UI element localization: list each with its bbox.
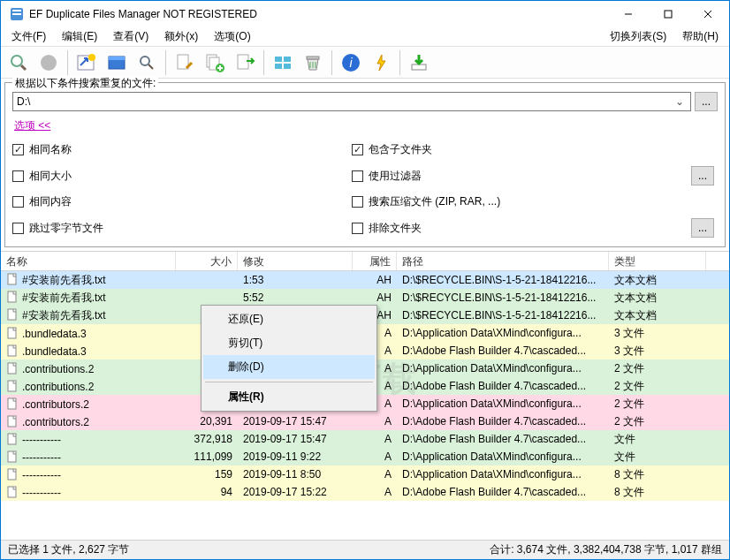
- table-row[interactable]: .contributors.220,3912019-09-17 15:47AD:…: [1, 412, 729, 430]
- svg-rect-22: [284, 57, 291, 62]
- checkbox-same-size[interactable]: 相同大小: [12, 169, 345, 184]
- path-combobox[interactable]: D:\ ⌄: [12, 92, 691, 111]
- col-name[interactable]: 名称: [1, 252, 176, 270]
- col-path[interactable]: 路径: [397, 252, 609, 270]
- find-icon[interactable]: [133, 49, 161, 77]
- title-bar: EF Duplicate Files Manager NOT REGISTERE…: [1, 1, 729, 27]
- toolbar: i: [1, 47, 729, 79]
- edit-icon[interactable]: [171, 49, 199, 77]
- checkbox-include-sub[interactable]: 包含子文件夹: [352, 142, 684, 157]
- exclude-browse-button[interactable]: ...: [691, 218, 714, 238]
- ctx-restore[interactable]: 还原(E): [203, 307, 375, 331]
- filter-browse-button[interactable]: ...: [691, 166, 714, 185]
- minimize-button[interactable]: [608, 2, 648, 26]
- new-shortcut-icon[interactable]: [72, 49, 101, 77]
- add-file-icon[interactable]: [201, 49, 229, 77]
- svg-rect-34: [8, 363, 16, 374]
- col-attr[interactable]: 属性: [353, 252, 397, 270]
- browse-button[interactable]: ...: [695, 92, 718, 111]
- export-icon[interactable]: [231, 49, 259, 77]
- window-icon[interactable]: [103, 49, 131, 77]
- ctx-cut[interactable]: 剪切(T): [203, 331, 375, 355]
- table-row[interactable]: -----------942019-09-17 15:22AD:\Adobe F…: [1, 483, 729, 501]
- ctx-separator: [205, 382, 373, 382]
- checkbox-same-name[interactable]: 相同名称: [12, 142, 345, 157]
- svg-rect-13: [109, 57, 125, 60]
- col-size[interactable]: 大小: [176, 252, 238, 270]
- status-bar: 已选择 1 文件, 2,627 字节 合计: 3,674 文件, 3,382,4…: [1, 540, 729, 559]
- svg-rect-24: [284, 64, 291, 69]
- menu-view[interactable]: 查看(V): [106, 27, 156, 46]
- menu-switchlist[interactable]: 切换列表(S): [603, 27, 673, 46]
- svg-rect-36: [8, 398, 16, 409]
- stop-icon[interactable]: [34, 49, 63, 77]
- context-menu: 还原(E) 剪切(T) 删除(D) 属性(R): [201, 305, 377, 412]
- checkbox-exclude-folders[interactable]: 排除文件夹: [352, 221, 684, 236]
- svg-rect-25: [307, 57, 319, 59]
- file-icon: [6, 468, 19, 481]
- svg-rect-29: [8, 274, 16, 284]
- col-date[interactable]: 修改: [238, 252, 353, 270]
- file-icon: [6, 380, 19, 392]
- svg-rect-2: [12, 13, 21, 15]
- svg-rect-23: [275, 64, 282, 69]
- checkbox-use-filter[interactable]: 使用过滤器: [352, 169, 684, 184]
- menu-extra[interactable]: 额外(x): [157, 27, 205, 46]
- download-icon[interactable]: [405, 49, 433, 77]
- svg-rect-35: [8, 381, 16, 391]
- search-icon[interactable]: [4, 49, 33, 77]
- app-icon: [10, 7, 24, 21]
- bolt-icon[interactable]: [367, 49, 395, 77]
- recycle-icon[interactable]: [299, 49, 327, 77]
- chevron-down-icon[interactable]: ⌄: [673, 95, 687, 108]
- window-title: EF Duplicate Files Manager NOT REGISTERE…: [29, 8, 608, 20]
- menu-file[interactable]: 文件(F): [4, 27, 53, 46]
- checkbox-skip-zero[interactable]: 跳过零字节文件: [12, 221, 345, 236]
- tiles-icon[interactable]: [269, 49, 297, 77]
- svg-point-11: [88, 54, 95, 61]
- file-icon: [6, 327, 19, 339]
- svg-rect-33: [8, 345, 16, 356]
- menu-edit[interactable]: 编辑(E): [55, 27, 104, 46]
- checkbox-search-archives[interactable]: 搜索压缩文件 (ZIP, RAR, ...): [352, 194, 684, 209]
- svg-rect-37: [8, 416, 16, 427]
- table-header: 名称 大小 修改 属性 路径 类型: [1, 252, 729, 271]
- checkbox-same-content[interactable]: 相同内容: [12, 194, 345, 209]
- svg-rect-38: [8, 434, 16, 444]
- search-panel: 根据以下条件搜索重复的文件: D:\ ⌄ ... 选项 << 相同名称 包含子文…: [4, 82, 726, 247]
- menu-options[interactable]: 选项(O): [207, 27, 257, 46]
- svg-rect-32: [8, 328, 16, 338]
- ctx-properties[interactable]: 属性(R): [203, 385, 375, 409]
- table-row[interactable]: #安装前先看我.txt5:52AHD:\$RECYCLE.BIN\S-1-5-2…: [1, 289, 729, 306]
- svg-point-14: [141, 57, 149, 65]
- status-right: 合计: 3,674 文件, 3,382,404,738 字节, 1,017 群组: [490, 542, 722, 557]
- svg-rect-41: [8, 487, 16, 497]
- file-icon: [6, 433, 19, 445]
- file-icon: [6, 486, 19, 498]
- path-value: D:\: [17, 95, 673, 108]
- file-icon: [6, 362, 19, 375]
- maximize-button[interactable]: [648, 2, 688, 26]
- file-icon: [6, 415, 19, 428]
- col-type[interactable]: 类型: [609, 252, 706, 270]
- svg-line-15: [148, 64, 153, 69]
- menu-help[interactable]: 帮助(H): [675, 27, 726, 46]
- ctx-delete[interactable]: 删除(D): [203, 355, 375, 379]
- options-toggle-link[interactable]: 选项 <<: [14, 118, 50, 133]
- table-row[interactable]: #安装前先看我.txt1:53AHD:\$RECYCLE.BIN\S-1-5-2…: [1, 271, 729, 289]
- file-icon: [6, 344, 19, 357]
- table-row[interactable]: -----------111,0992019-09-11 9:22AD:\App…: [1, 448, 729, 465]
- search-panel-title: 根据以下条件搜索重复的文件:: [12, 76, 158, 91]
- info-icon[interactable]: i: [337, 49, 365, 77]
- svg-point-7: [11, 56, 22, 66]
- status-left: 已选择 1 文件, 2,627 字节: [8, 542, 129, 557]
- close-button[interactable]: [688, 2, 727, 26]
- file-icon: [6, 308, 19, 321]
- table-row[interactable]: -----------372,9182019-09-17 15:47AD:\Ad…: [1, 430, 729, 448]
- table-row[interactable]: -----------1592019-09-11 8:50AD:\Applica…: [1, 465, 729, 483]
- svg-rect-40: [8, 469, 16, 480]
- svg-rect-30: [8, 291, 16, 302]
- file-icon: [6, 397, 19, 410]
- svg-point-9: [41, 55, 57, 71]
- file-icon: [6, 291, 19, 303]
